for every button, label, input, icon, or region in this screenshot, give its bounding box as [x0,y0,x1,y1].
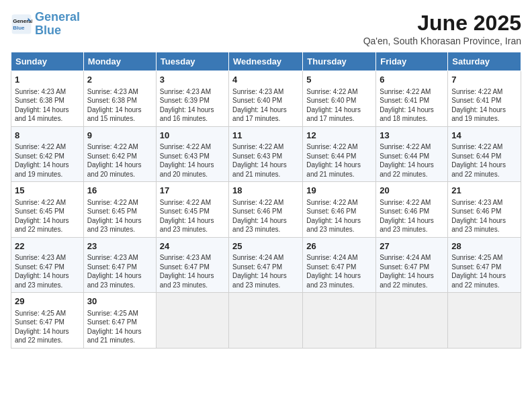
day-number: 26 [306,240,372,253]
day-info: Sunrise: 4:22 AM Sunset: 6:40 PM Dayligh… [306,87,372,124]
weekday-header-saturday: Saturday [448,52,521,71]
day-info: Sunrise: 4:23 AM Sunset: 6:38 PM Dayligh… [87,87,152,124]
day-info: Sunrise: 4:24 AM Sunset: 6:47 PM Dayligh… [306,253,372,289]
calendar-cell: 17Sunrise: 4:22 AM Sunset: 6:45 PM Dayli… [156,182,228,238]
day-info: Sunrise: 4:22 AM Sunset: 6:45 PM Dayligh… [87,198,152,234]
calendar-cell: 18Sunrise: 4:22 AM Sunset: 6:46 PM Dayli… [229,182,303,238]
day-number: 20 [380,185,444,197]
day-number: 25 [232,240,299,253]
calendar-cell: 7Sunrise: 4:22 AM Sunset: 6:41 PM Daylig… [448,71,521,127]
day-info: Sunrise: 4:22 AM Sunset: 6:43 PM Dayligh… [232,142,299,179]
day-number: 24 [160,240,225,253]
calendar-cell: 24Sunrise: 4:23 AM Sunset: 6:47 PM Dayli… [156,237,228,293]
day-number: 28 [451,240,517,253]
day-number: 6 [380,74,444,86]
weekday-header-tuesday: Tuesday [156,52,228,71]
day-info: Sunrise: 4:22 AM Sunset: 6:46 PM Dayligh… [306,198,372,234]
day-info: Sunrise: 4:24 AM Sunset: 6:47 PM Dayligh… [232,253,299,289]
day-number: 9 [87,130,152,142]
calendar-cell [303,293,376,349]
calendar-cell: 26Sunrise: 4:24 AM Sunset: 6:47 PM Dayli… [303,237,376,293]
calendar-cell: 14Sunrise: 4:22 AM Sunset: 6:44 PM Dayli… [448,126,521,182]
day-number: 27 [380,240,444,253]
weekday-header-monday: Monday [83,52,156,71]
day-number: 1 [15,74,80,86]
day-number: 21 [451,185,517,197]
day-number: 7 [451,74,517,86]
calendar-cell: 15Sunrise: 4:22 AM Sunset: 6:45 PM Dayli… [11,182,84,238]
day-info: Sunrise: 4:23 AM Sunset: 6:39 PM Dayligh… [160,87,225,124]
calendar-cell: 8Sunrise: 4:22 AM Sunset: 6:42 PM Daylig… [11,126,84,182]
weekday-header-friday: Friday [376,52,448,71]
calendar-cell: 2Sunrise: 4:23 AM Sunset: 6:38 PM Daylig… [83,71,156,127]
svg-text:Blue: Blue [13,25,25,31]
calendar-cell: 29Sunrise: 4:25 AM Sunset: 6:47 PM Dayli… [11,293,84,349]
day-info: Sunrise: 4:22 AM Sunset: 6:45 PM Dayligh… [160,198,225,234]
day-info: Sunrise: 4:22 AM Sunset: 6:44 PM Dayligh… [451,142,517,179]
calendar-cell: 27Sunrise: 4:24 AM Sunset: 6:47 PM Dayli… [376,237,448,293]
calendar-cell: 28Sunrise: 4:25 AM Sunset: 6:47 PM Dayli… [448,237,521,293]
day-info: Sunrise: 4:22 AM Sunset: 6:42 PM Dayligh… [15,142,80,179]
calendar-cell: 25Sunrise: 4:24 AM Sunset: 6:47 PM Dayli… [229,237,303,293]
calendar-cell [156,293,228,349]
title-area: June 2025 Qa'en, South Khorasan Province… [363,11,521,46]
day-info: Sunrise: 4:23 AM Sunset: 6:47 PM Dayligh… [160,253,225,289]
day-info: Sunrise: 4:22 AM Sunset: 6:46 PM Dayligh… [232,198,299,234]
day-info: Sunrise: 4:23 AM Sunset: 6:47 PM Dayligh… [87,253,152,289]
day-info: Sunrise: 4:22 AM Sunset: 6:42 PM Dayligh… [87,142,152,179]
day-info: Sunrise: 4:22 AM Sunset: 6:44 PM Dayligh… [380,142,444,179]
logo-icon: General Blue [11,13,32,35]
calendar-table: SundayMondayTuesdayWednesdayThursdayFrid… [11,52,521,349]
day-number: 17 [160,185,225,197]
calendar-cell [376,293,448,349]
calendar-cell: 9Sunrise: 4:22 AM Sunset: 6:42 PM Daylig… [83,126,156,182]
day-info: Sunrise: 4:22 AM Sunset: 6:41 PM Dayligh… [380,87,444,124]
calendar-cell: 3Sunrise: 4:23 AM Sunset: 6:39 PM Daylig… [156,71,228,127]
calendar-cell: 22Sunrise: 4:23 AM Sunset: 6:47 PM Dayli… [11,237,84,293]
calendar-cell: 5Sunrise: 4:22 AM Sunset: 6:40 PM Daylig… [303,71,376,127]
day-number: 5 [306,74,372,86]
month-title: June 2025 [363,11,521,36]
calendar-cell: 30Sunrise: 4:25 AM Sunset: 6:47 PM Dayli… [83,293,156,349]
weekday-header-wednesday: Wednesday [229,52,303,71]
weekday-header-sunday: Sunday [11,52,84,71]
day-info: Sunrise: 4:23 AM Sunset: 6:40 PM Dayligh… [232,87,299,124]
calendar-cell: 19Sunrise: 4:22 AM Sunset: 6:46 PM Dayli… [303,182,376,238]
day-number: 29 [15,295,80,308]
calendar-cell: 1Sunrise: 4:23 AM Sunset: 6:38 PM Daylig… [11,71,84,127]
day-number: 30 [87,295,152,308]
day-number: 23 [87,240,152,253]
day-info: Sunrise: 4:25 AM Sunset: 6:47 PM Dayligh… [15,309,80,345]
calendar-cell: 21Sunrise: 4:23 AM Sunset: 6:46 PM Dayli… [448,182,521,238]
calendar-cell: 16Sunrise: 4:22 AM Sunset: 6:45 PM Dayli… [83,182,156,238]
day-info: Sunrise: 4:22 AM Sunset: 6:46 PM Dayligh… [380,198,444,234]
day-number: 3 [160,74,225,86]
day-info: Sunrise: 4:25 AM Sunset: 6:47 PM Dayligh… [87,309,152,345]
day-number: 2 [87,74,152,86]
day-number: 22 [15,240,80,253]
day-number: 10 [160,130,225,142]
day-number: 15 [15,185,80,197]
day-number: 11 [232,130,299,142]
header: General Blue General Blue June 2025 Qa'e… [11,11,521,46]
day-number: 12 [306,130,372,142]
day-number: 8 [15,130,80,142]
calendar-cell [448,293,521,349]
day-number: 16 [87,185,152,197]
day-info: Sunrise: 4:22 AM Sunset: 6:45 PM Dayligh… [15,198,80,234]
day-info: Sunrise: 4:22 AM Sunset: 6:41 PM Dayligh… [451,87,517,124]
logo-text: General Blue [35,11,80,38]
calendar-cell: 10Sunrise: 4:22 AM Sunset: 6:43 PM Dayli… [156,126,228,182]
logo: General Blue General Blue [11,11,80,38]
calendar-cell: 4Sunrise: 4:23 AM Sunset: 6:40 PM Daylig… [229,71,303,127]
subtitle: Qa'en, South Khorasan Province, Iran [363,36,521,46]
day-number: 18 [232,185,299,197]
day-info: Sunrise: 4:24 AM Sunset: 6:47 PM Dayligh… [380,253,444,289]
weekday-header-thursday: Thursday [303,52,376,71]
day-info: Sunrise: 4:23 AM Sunset: 6:38 PM Dayligh… [15,87,80,124]
calendar-cell: 6Sunrise: 4:22 AM Sunset: 6:41 PM Daylig… [376,71,448,127]
calendar-cell: 11Sunrise: 4:22 AM Sunset: 6:43 PM Dayli… [229,126,303,182]
day-info: Sunrise: 4:22 AM Sunset: 6:43 PM Dayligh… [160,142,225,179]
day-number: 14 [451,130,517,142]
calendar-cell: 20Sunrise: 4:22 AM Sunset: 6:46 PM Dayli… [376,182,448,238]
